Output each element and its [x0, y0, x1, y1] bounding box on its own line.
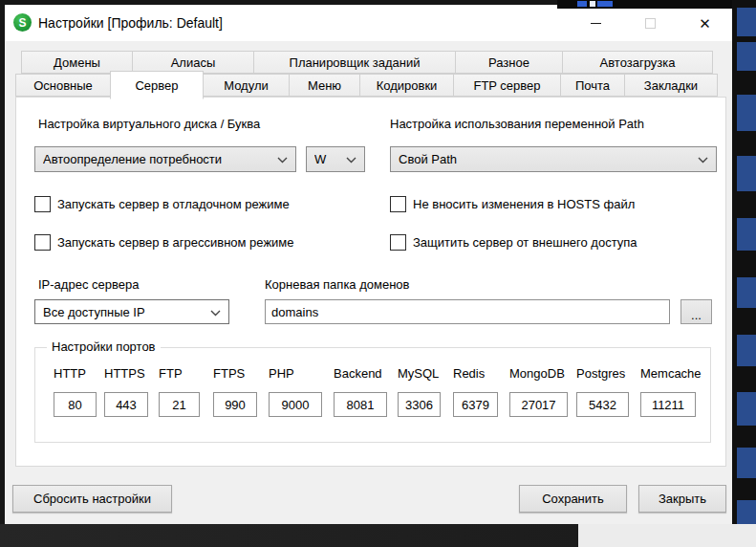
combo-drive-letter-value: W [314, 152, 340, 166]
close-button[interactable]: Закрыть [638, 485, 726, 513]
port-input-php[interactable] [269, 392, 322, 417]
tab-bookmarks[interactable]: Закладки [624, 74, 718, 97]
titlebar-close-button[interactable]: ✕ [678, 5, 732, 41]
background-bottom-right [578, 524, 756, 547]
maximize-button[interactable] [623, 5, 678, 41]
window-title: Настройки [Профиль: Default] [38, 5, 223, 41]
checkbox-aggressive-mode[interactable] [34, 234, 51, 251]
checkbox-no-hosts-changes[interactable] [390, 196, 406, 212]
port-input-mysql[interactable] [398, 392, 441, 417]
tab-ftp-server[interactable]: FTP сервер [453, 74, 561, 97]
combo-disk-mode[interactable]: Автоопределение потребности [34, 146, 296, 172]
server-ip-label: IP-адрес сервера [38, 277, 139, 292]
tab-encodings[interactable]: Кодировки [359, 74, 454, 97]
port-label-ftps: FTPS [213, 366, 245, 381]
checkbox-debug-mode-label: Запускать сервер в отладочном режиме [57, 197, 290, 211]
chevron-down-icon [210, 305, 221, 319]
port-input-ftp[interactable] [159, 392, 200, 417]
checkbox-row: Запускать сервер в отладочном режиме [34, 196, 290, 212]
minimize-button[interactable] [569, 5, 623, 41]
chevron-down-icon [346, 152, 356, 166]
port-label-mongodb: MongoDB [509, 366, 565, 381]
port-input-memcache[interactable] [640, 392, 696, 417]
combo-server-ip[interactable]: Все доступные IP [34, 299, 229, 324]
background-bottom-strip [0, 524, 578, 547]
chevron-down-icon [698, 152, 708, 166]
port-input-https[interactable] [104, 392, 148, 417]
checkbox-debug-mode[interactable] [34, 196, 51, 212]
background-window-fragment [737, 218, 756, 251]
port-label-php: PHP [269, 366, 294, 381]
port-label-postgres: Postgres [576, 366, 625, 381]
background-window-fragment [737, 392, 756, 426]
port-label-http: HTTP [54, 366, 86, 381]
background-taskbar-fragment [577, 1, 587, 7]
desktop-background: S Настройки [Профиль: Default] ✕ Домены … [0, 0, 756, 547]
combo-drive-letter[interactable]: W [306, 146, 365, 172]
background-window-fragment [737, 500, 756, 524]
port-label-https: HTTPS [104, 366, 145, 381]
ports-group-label: Настройки портов [47, 339, 161, 354]
background-taskbar-fragment [597, 1, 613, 7]
port-input-redis[interactable] [453, 392, 498, 417]
checkbox-protect-external[interactable] [390, 234, 406, 251]
background-window-fragment [737, 335, 756, 366]
background-window-fragment [737, 277, 756, 308]
path-variable-label: Настройка использования переменной Path [390, 117, 644, 131]
tab-general[interactable]: Основные [15, 74, 111, 97]
checkbox-no-hosts-changes-label: Не вносить изменения в HOSTS файл [413, 197, 635, 211]
checkbox-row: Не вносить изменения в HOSTS файл [390, 196, 635, 212]
virtual-disk-label: Настройка виртуального диска / Буква [38, 117, 260, 131]
background-right-strip [732, 0, 756, 547]
port-input-mongodb[interactable] [509, 392, 568, 417]
port-label-ftp: FTP [159, 366, 183, 381]
port-input-ftps[interactable] [213, 392, 257, 417]
tab-row-2: Основные Сервер Модули Меню Кодировки FT… [15, 71, 718, 99]
chevron-down-icon [277, 152, 288, 166]
reset-settings-button[interactable]: Сбросить настройки [12, 485, 172, 513]
tab-menu[interactable]: Меню [289, 74, 360, 97]
port-input-http[interactable] [54, 392, 97, 417]
background-window-fragment [737, 156, 756, 191]
background-window-fragment [737, 448, 756, 478]
caption-buttons: ✕ [569, 5, 732, 41]
port-label-backend: Backend [334, 366, 382, 381]
port-label-redis: Redis [453, 366, 485, 381]
titlebar: S Настройки [Профиль: Default] ✕ [5, 5, 732, 41]
background-top-strip [557, 0, 732, 9]
background-taskbar-fragment [590, 1, 595, 7]
port-input-backend[interactable] [334, 392, 387, 417]
logo-letter: S [18, 16, 26, 30]
settings-window: S Настройки [Профиль: Default] ✕ Домены … [5, 5, 732, 524]
checkbox-aggressive-mode-label: Запускать сервер в агрессивном режиме [57, 235, 294, 250]
domains-root-input[interactable] [265, 299, 670, 324]
minimize-icon [591, 23, 601, 24]
checkbox-row: Запускать сервер в агрессивном режиме [34, 234, 294, 251]
background-window-fragment [737, 95, 756, 131]
tab-mail[interactable]: Почта [560, 74, 625, 97]
port-label-mysql: MySQL [398, 366, 439, 381]
tab-server[interactable]: Сервер [110, 71, 204, 99]
ports-group: Настройки портов HTTP HTTPS FTP FTPS PHP [34, 347, 711, 443]
combo-path-mode-value: Свой Path [399, 152, 692, 166]
combo-disk-mode-value: Автоопределение потребности [43, 152, 271, 166]
background-window-fragment [737, 8, 756, 36]
combo-path-mode[interactable]: Свой Path [390, 146, 717, 172]
close-icon: ✕ [699, 16, 711, 31]
domains-root-label: Корневая папка доменов [265, 277, 410, 292]
maximize-icon [645, 18, 656, 29]
combo-server-ip-value: Все доступные IP [43, 305, 205, 319]
port-input-postgres[interactable] [576, 392, 629, 417]
port-label-memcache: Memcache [640, 366, 702, 381]
browse-button[interactable]: ... [680, 299, 712, 324]
background-window-fragment [737, 42, 756, 71]
checkbox-protect-external-label: Защитить сервер от внешнего доступа [413, 235, 637, 250]
checkbox-row: Защитить сервер от внешнего доступа [390, 234, 637, 251]
tab-modules[interactable]: Модули [203, 74, 290, 97]
save-button[interactable]: Сохранить [519, 485, 627, 513]
app-logo-icon: S [13, 13, 32, 32]
